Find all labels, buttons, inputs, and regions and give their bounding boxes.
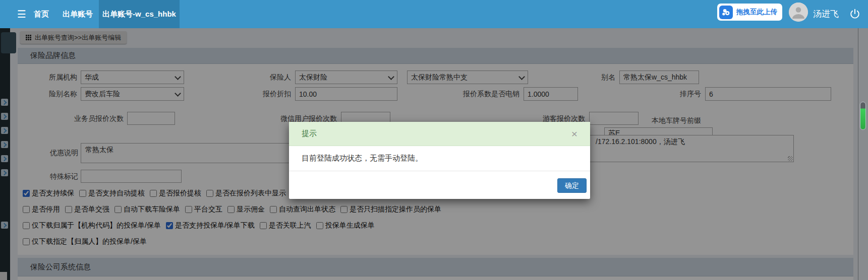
username[interactable]: 汤进飞	[813, 8, 839, 20]
avatar[interactable]	[789, 3, 808, 22]
alert-modal: 提示 × 目前登陆成功状态，无需手动登陆。 确定	[289, 122, 590, 199]
modal-header: 提示 ×	[289, 122, 590, 146]
tab-issue-account-edit[interactable]: 出单账号-w_cs_hhbk	[99, 0, 180, 28]
upload-dropzone-button[interactable]: 拖拽至此上传	[717, 4, 782, 21]
power-icon[interactable]	[848, 8, 861, 21]
modal-message: 目前登陆成功状态，无需手动登陆。	[289, 146, 590, 171]
upload-label: 拖拽至此上传	[736, 8, 777, 17]
app-root: 出单账号查询>>出单账号编辑 保险品牌信息 所属机构 华成 保险人 太保财险 太…	[0, 0, 868, 280]
tab-issue-account[interactable]: 出单账号	[56, 0, 99, 28]
person-icon	[789, 3, 808, 22]
top-navbar: ☰ 首页 出单账号 出单账号-w_cs_hhbk 拖拽至此上传 汤进飞	[0, 0, 868, 28]
netdisk-icon	[719, 6, 733, 19]
tab-home[interactable]: 首页	[26, 0, 56, 28]
scrollbar-thumb[interactable]	[860, 102, 866, 130]
ok-button[interactable]: 确定	[557, 178, 587, 193]
modal-title: 提示	[302, 129, 317, 138]
close-icon[interactable]: ×	[571, 128, 577, 139]
